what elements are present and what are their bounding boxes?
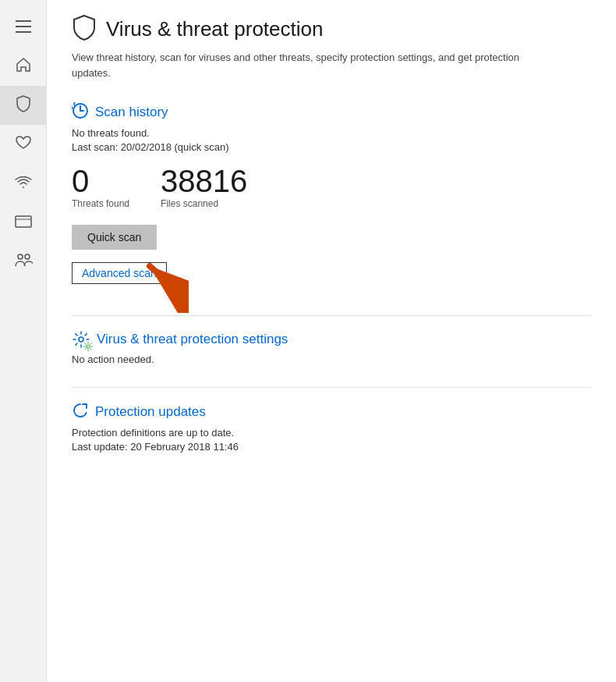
family-icon [14,253,33,271]
arrow-annotation [126,258,189,313]
advanced-scan-container: Advanced scan [72,262,591,293]
threats-found-label: Threats found [72,198,129,209]
last-scan-text: Last scan: 20/02/2018 (quick scan) [72,141,591,153]
home-icon [16,57,31,76]
shield-icon [16,95,31,116]
svg-rect-3 [16,216,31,227]
stats-row: 0 Threats found 38816 Files scanned [72,164,591,209]
protection-updates-title-row: Protection updates [72,402,591,422]
divider-1 [72,315,591,316]
page-shield-icon [72,14,97,44]
protection-updates-last-update: Last update: 20 February 2018 11:46 [72,441,591,453]
protection-updates-title[interactable]: Protection updates [95,404,206,420]
heart-icon [16,136,31,154]
scan-status-text: No threats found. [72,127,591,139]
sidebar-item-health[interactable] [0,125,47,164]
protection-settings-section: Virus & threat protection settings No ac… [72,330,591,365]
protection-settings-status: No action needed. [72,353,591,365]
svg-rect-2 [16,31,31,33]
threats-found-value: 0 [72,164,129,198]
main-content: Virus & threat protection View threat hi… [47,0,616,682]
page-subtitle: View threat history, scan for viruses an… [72,50,524,80]
files-scanned-value: 38816 [161,164,247,198]
protection-updates-status: Protection definitions are up to date. [72,427,591,439]
refresh-icon [72,402,89,422]
svg-rect-1 [16,26,31,27]
scan-history-title[interactable]: Scan history [95,105,168,120]
settings-icon [72,330,90,349]
protection-settings-title-row: Virus & threat protection settings [72,330,591,349]
sidebar-item-network[interactable] [0,164,47,203]
files-scanned-stat: 38816 Files scanned [161,164,247,209]
quick-scan-container: Quick scan [72,225,591,262]
sidebar-item-home[interactable] [0,47,47,86]
protection-updates-section: Protection updates Protection definition… [72,402,591,453]
hamburger-icon [16,19,31,37]
sidebar-item-hamburger[interactable] [0,8,47,47]
sidebar [0,0,47,682]
threats-found-stat: 0 Threats found [72,164,129,209]
sidebar-item-shield[interactable] [0,86,47,125]
sidebar-item-window[interactable] [0,203,47,242]
divider-2 [72,387,591,388]
svg-point-6 [25,254,30,259]
page-header: Virus & threat protection [72,14,591,44]
network-icon [15,175,32,193]
files-scanned-label: Files scanned [161,198,247,209]
svg-point-5 [18,254,23,259]
window-icon [15,214,32,232]
scan-history-title-row: Scan history [72,102,591,123]
scan-history-icon [72,102,89,123]
scan-history-section: Scan history No threats found. Last scan… [72,102,591,293]
protection-settings-title[interactable]: Virus & threat protection settings [97,332,288,347]
svg-rect-0 [16,20,31,22]
quick-scan-button[interactable]: Quick scan [72,225,157,250]
sidebar-item-family[interactable] [0,242,47,281]
page-title: Virus & threat protection [106,17,323,41]
